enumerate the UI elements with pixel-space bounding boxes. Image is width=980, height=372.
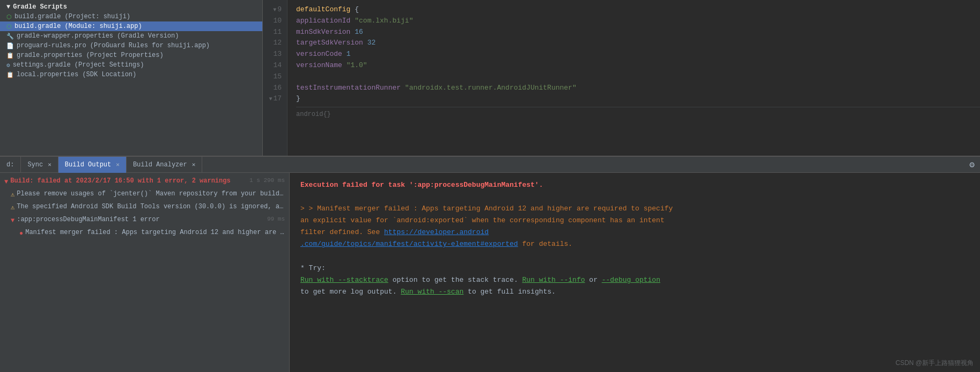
- panel-settings-icon[interactable]: ⚙: [964, 159, 980, 170]
- code-line-9: defaultConfig {: [296, 4, 980, 16]
- run-options-line1: Run with --stacktrace option to get the …: [300, 274, 969, 286]
- tab-sync-close[interactable]: ✕: [48, 161, 51, 168]
- process-manifest-label: :app:processDebugMainManifest 1 error: [17, 215, 261, 224]
- warning-jcenter-label: Please remove usages of `jcenter()` Mave…: [17, 189, 285, 199]
- code-line-12: targetSdkVersion 32: [296, 38, 980, 49]
- android-docs-link-1[interactable]: https://developer.android: [384, 228, 489, 236]
- line-14: 14: [263, 60, 287, 71]
- error-arrow: >: [300, 205, 309, 213]
- sidebar: ▼ Gradle Scripts ⬡ build.gradle (Project…: [0, 0, 263, 156]
- watermark: CSDN @新手上路猫狸视角: [895, 359, 974, 368]
- line-12: 12: [263, 38, 287, 49]
- run-stacktrace-link[interactable]: Run with --stacktrace: [300, 276, 388, 284]
- code-area[interactable]: defaultConfig { applicationId "com.lxh.b…: [288, 0, 980, 156]
- run-stacktrace-suffix: option to get the stack trace.: [393, 276, 522, 284]
- run-or-text: or: [589, 276, 601, 284]
- error-body-line1: > > Manifest merger failed : Apps target…: [300, 203, 969, 215]
- sidebar-item-settings-gradle[interactable]: ⚙ settings.gradle (Project Settings): [0, 60, 262, 70]
- manifest-error-label: Manifest merger failed : Apps targeting …: [25, 228, 285, 237]
- file-icon: 📄: [6, 42, 14, 49]
- error-body-filter: filter defined. See: [300, 228, 384, 236]
- sidebar-item-proguard[interactable]: 📄 proguard-rules.pro (ProGuard Rules for…: [0, 41, 262, 50]
- run-debug-link[interactable]: --debug option: [602, 276, 660, 284]
- run-scan-link[interactable]: Run with --scan: [401, 288, 463, 296]
- tab-build-output[interactable]: Build Output ✕: [58, 157, 127, 173]
- line-10: 10: [263, 16, 287, 27]
- code-line-13: versionCode 1: [296, 49, 980, 60]
- expand-icon-manifest: ▼: [11, 216, 14, 225]
- build-tree: ▼ Build: failed at 2023/2/17 16:50 with …: [0, 173, 290, 372]
- local-props-icon: 📋: [6, 71, 14, 78]
- code-line-11: minSdkVersion 16: [296, 27, 980, 38]
- settings-icon-2: ⚙: [6, 62, 10, 69]
- error-body-line2: an explicit value for `android:exported`…: [300, 215, 969, 227]
- tree-item-build-failed[interactable]: ▼ Build: failed at 2023/2/17 16:50 with …: [0, 175, 289, 188]
- error-output: Execution failed for task ':app:processD…: [290, 173, 980, 372]
- run-scan-suffix: to get full insights.: [468, 288, 556, 296]
- code-line-17: }: [296, 93, 980, 105]
- line-9: ▼9: [263, 4, 287, 16]
- build-failed-label: Build: failed at 2023/2/17 16:50 with 1 …: [10, 176, 243, 186]
- try-section: * Try:: [300, 262, 969, 274]
- run-options-line2: to get more log output. Run with --scan …: [300, 286, 969, 298]
- section-arrow: ▼: [6, 3, 10, 11]
- code-editor: ▼9 10 11 12 13 14 15 16 ▼17 defaultConfi…: [263, 0, 980, 156]
- line-numbers: ▼9 10 11 12 13 14 15 16 ▼17: [263, 0, 288, 156]
- line-16: 16: [263, 83, 287, 94]
- android-docs-link-2[interactable]: .com/guide/topics/manifest/activity-elem…: [300, 240, 518, 248]
- tab-build-analyzer[interactable]: Build Analyzer ✕: [127, 157, 202, 173]
- expand-icon-build: ▼: [4, 177, 8, 187]
- error-title: Execution failed for task ':app:processD…: [300, 181, 543, 189]
- line-17: ▼17: [263, 93, 287, 105]
- code-line-16: testInstrumentationRunner "androidx.test…: [296, 83, 980, 94]
- sidebar-item-build-gradle-project[interactable]: ⬡ build.gradle (Project: shuiji): [0, 12, 262, 21]
- breadcrumb: android{}: [296, 107, 980, 120]
- sidebar-item-build-gradle-module[interactable]: ⬡ build.gradle (Module: shuiji.app): [0, 21, 262, 31]
- top-area: ▼ Gradle Scripts ⬡ build.gradle (Project…: [0, 0, 980, 156]
- line-15: 15: [263, 71, 287, 83]
- error-for-details: for details.: [522, 240, 572, 248]
- warning-icon-2: ⚠: [11, 203, 14, 213]
- tab-build-analyzer-close[interactable]: ✕: [192, 161, 196, 168]
- tab-sync[interactable]: Sync ✕: [21, 157, 58, 173]
- code-line-10: applicationId "com.lxh.biji": [296, 16, 980, 27]
- build-time: 1 s 290 ms: [249, 176, 285, 185]
- settings-icon: 🔧: [6, 33, 14, 40]
- run-info-link[interactable]: Run with --info: [522, 276, 585, 284]
- error-body-text1: > Manifest merger failed : Apps targetin…: [309, 205, 673, 213]
- error-body-text2: an explicit value for `android:exported`…: [300, 216, 665, 224]
- gradle-icon: ⬡: [6, 23, 12, 30]
- sidebar-item-gradle-properties[interactable]: 📋 gradle.properties (Project Properties): [0, 50, 262, 60]
- tree-item-manifest-error[interactable]: ● Manifest merger failed : Apps targetin…: [0, 227, 289, 239]
- tree-item-warning-sdk[interactable]: ⚠ The specified Android SDK Build Tools …: [0, 201, 289, 214]
- error-body-line3: filter defined. See https://developer.an…: [300, 227, 969, 238]
- line-13: 13: [263, 49, 287, 60]
- line-11: 11: [263, 27, 287, 38]
- code-line-15: [296, 71, 980, 83]
- tab-d[interactable]: d:: [0, 157, 21, 173]
- panel-tabs: d: Sync ✕ Build Output ✕ Build Analyzer …: [0, 157, 980, 173]
- error-title-line: Execution failed for task ':app:processD…: [300, 179, 969, 191]
- try-label: * Try:: [300, 264, 326, 272]
- error-dot-icon: ●: [19, 229, 23, 238]
- sidebar-section-gradle-scripts: ▼ Gradle Scripts: [0, 2, 262, 12]
- sidebar-item-local-properties[interactable]: 📋 local.properties (SDK Location): [0, 70, 262, 79]
- warning-icon-1: ⚠: [11, 190, 14, 200]
- manifest-time: 99 ms: [267, 215, 285, 224]
- properties-icon: 📋: [6, 52, 14, 59]
- warning-sdk-label: The specified Android SDK Build Tools ve…: [17, 202, 285, 211]
- gradle-icon: ⬡: [6, 13, 12, 20]
- tree-item-process-manifest[interactable]: ▼ :app:processDebugMainManifest 1 error …: [0, 214, 289, 227]
- sidebar-item-gradle-wrapper[interactable]: 🔧 gradle-wrapper.properties (Gradle Vers…: [0, 31, 262, 41]
- run-more-log: to get more log output.: [300, 288, 401, 296]
- bottom-panel: d: Sync ✕ Build Output ✕ Build Analyzer …: [0, 156, 980, 372]
- panel-content: ▼ Build: failed at 2023/2/17 16:50 with …: [0, 173, 980, 372]
- error-body-line4: .com/guide/topics/manifest/activity-elem…: [300, 238, 969, 250]
- tree-item-warning-jcenter[interactable]: ⚠ Please remove usages of `jcenter()` Ma…: [0, 188, 289, 201]
- code-line-14: versionName "1.0": [296, 60, 980, 71]
- tab-build-output-close[interactable]: ✕: [116, 161, 120, 168]
